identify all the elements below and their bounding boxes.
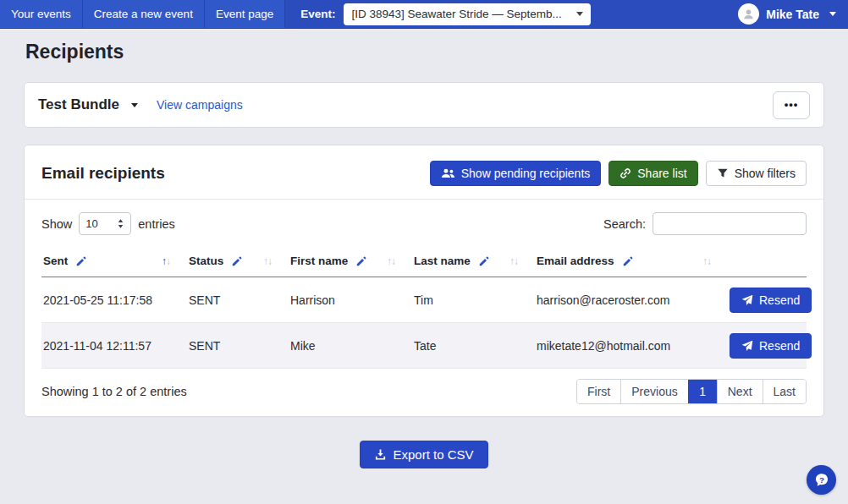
pagination-first[interactable]: First: [577, 380, 620, 403]
svg-text:?: ?: [818, 474, 823, 484]
divider: [25, 199, 823, 200]
page-title: Recipients: [24, 29, 824, 63]
column-header-email[interactable]: Email address ↑↓: [535, 247, 728, 277]
sort-toggle[interactable]: ↑↓: [702, 255, 711, 267]
cell-status: SENT: [187, 277, 289, 323]
more-options-button[interactable]: •••: [773, 91, 810, 119]
resend-button[interactable]: Resend: [730, 288, 812, 313]
nav-create-event[interactable]: Create a new event: [83, 0, 205, 28]
sort-toggle[interactable]: ↑↓: [263, 255, 272, 267]
column-header-actions: [728, 247, 807, 277]
column-header-last-name[interactable]: Last name ↑↓: [412, 247, 535, 277]
pagination-page-1[interactable]: 1: [688, 380, 717, 403]
top-navbar: Your events Create a new event Event pag…: [0, 0, 848, 29]
table-row: 2021-11-04 12:11:57 SENT Mike Tate miket…: [41, 323, 807, 369]
pagination: First Previous 1 Next Last: [576, 379, 807, 404]
cell-status: SENT: [187, 323, 289, 369]
entries-per-page-select[interactable]: 10: [79, 212, 131, 235]
entries-label: entries: [138, 217, 175, 231]
filter-icon: [717, 167, 729, 179]
user-menu[interactable]: Mike Tate: [738, 0, 848, 28]
column-header-status[interactable]: Status ↑↓: [187, 247, 289, 277]
cell-sent: 2021-11-04 12:11:57: [41, 323, 187, 369]
chevron-down-icon: [576, 12, 583, 16]
event-select[interactable]: [ID 38943] Seawater Stride — Septemb...: [344, 3, 591, 25]
cell-last-name: Tim: [412, 277, 535, 323]
sort-toggle[interactable]: ↑↓: [387, 255, 395, 267]
column-header-sent[interactable]: Sent ↑↓: [41, 247, 187, 277]
show-pending-recipients-button[interactable]: Show pending recipients: [430, 161, 602, 186]
column-header-first-name[interactable]: First name ↑↓: [289, 247, 412, 277]
pagination-next[interactable]: Next: [717, 380, 763, 403]
up-down-arrows-icon: [117, 218, 124, 229]
recipients-table: Sent ↑↓ Status ↑↓ First name: [41, 247, 807, 369]
cell-first-name: Mike: [289, 323, 412, 369]
cell-sent: 2021-05-25 11:17:58: [41, 277, 187, 323]
nav-your-events[interactable]: Your events: [0, 0, 83, 28]
export-csv-button[interactable]: Export to CSV: [360, 441, 487, 468]
users-icon: [441, 167, 455, 179]
entries-summary: Showing 1 to 2 of 2 entries: [41, 385, 187, 398]
show-label: Show: [41, 217, 72, 231]
help-button[interactable]: ?: [807, 465, 836, 495]
edit-column-icon[interactable]: [478, 255, 490, 267]
bundle-dropdown[interactable]: Test Bundle: [38, 96, 138, 113]
user-name: Mike Tate: [766, 8, 836, 21]
share-list-button[interactable]: Share list: [608, 161, 697, 186]
download-icon: [374, 448, 387, 461]
cell-first-name: Harrison: [289, 277, 412, 323]
search-input[interactable]: [653, 212, 807, 235]
bundle-title: Test Bundle: [38, 96, 119, 113]
edit-column-icon[interactable]: [231, 255, 243, 267]
pagination-last[interactable]: Last: [763, 380, 806, 403]
paper-plane-icon: [741, 340, 753, 352]
event-select-value: [ID 38943] Seawater Stride — Septemb...: [351, 8, 571, 20]
chevron-down-icon: [829, 12, 836, 16]
cell-last-name: Tate: [412, 323, 535, 369]
edit-column-icon[interactable]: [75, 255, 87, 267]
search-label: Search:: [603, 217, 646, 231]
paper-plane-icon: [741, 294, 753, 306]
chevron-down-icon: [131, 103, 138, 107]
sort-toggle[interactable]: ↑↓: [162, 255, 170, 267]
person-icon: [742, 8, 755, 20]
avatar: [738, 3, 759, 25]
pagination-previous[interactable]: Previous: [620, 380, 687, 403]
cell-email: miketate12@hotmail.com: [535, 323, 728, 369]
edit-column-icon[interactable]: [622, 255, 634, 267]
card-title: Email recipients: [41, 164, 165, 183]
cell-email: harrison@raceroster.com: [535, 277, 728, 323]
bundle-bar: Test Bundle View campaigns •••: [24, 82, 824, 128]
link-icon: [619, 167, 631, 179]
show-filters-button[interactable]: Show filters: [706, 161, 807, 186]
edit-column-icon[interactable]: [355, 255, 367, 267]
resend-button[interactable]: Resend: [730, 333, 812, 359]
nav-event-page[interactable]: Event page: [205, 0, 285, 28]
sort-toggle[interactable]: ↑↓: [509, 255, 518, 267]
email-recipients-card: Email recipients Show pending recipients…: [24, 145, 824, 417]
table-row: 2021-05-25 11:17:58 SENT Harrison Tim ha…: [41, 277, 807, 323]
event-label: Event:: [300, 0, 335, 28]
question-bubble-icon: ?: [812, 471, 831, 490]
view-campaigns-link[interactable]: View campaigns: [157, 98, 243, 112]
